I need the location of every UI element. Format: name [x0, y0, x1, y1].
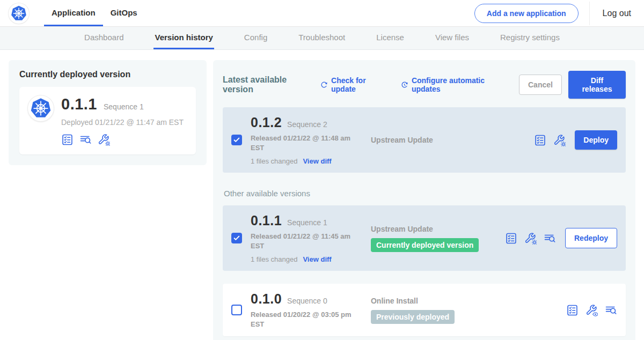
subnav-tab-view-files[interactable]: View files: [434, 27, 470, 49]
kubernetes-logo-icon: [30, 97, 52, 120]
deploy-logs-icon[interactable]: [79, 134, 92, 146]
edit-config-icon[interactable]: [98, 134, 110, 146]
kubernetes-logo-icon: [10, 5, 27, 22]
currently-deployed-title: Currently deployed version: [19, 70, 196, 79]
check-for-update-link[interactable]: Check for update: [320, 76, 386, 93]
version-sequence: Sequence 0: [287, 297, 327, 305]
version-number: 0.1.0: [251, 291, 282, 307]
configure-updates-label: Configure automatic updates: [412, 76, 505, 93]
files-changed-label: 1 files changed: [251, 255, 297, 263]
app-logo[interactable]: [9, 3, 29, 24]
available-versions-panel: Latest available version Check for updat…: [213, 60, 635, 340]
release-timestamp: Released 01/21/22 @ 11:48 am EST: [251, 134, 356, 152]
view-diff-link[interactable]: View diff: [303, 157, 331, 165]
release-notes-icon[interactable]: [534, 134, 546, 146]
deployed-sequence: Sequence 1: [104, 102, 144, 111]
tab-application[interactable]: Application: [44, 0, 103, 26]
release-notes-icon[interactable]: [61, 134, 74, 146]
deployed-version-number: 0.1.1: [61, 95, 97, 113]
subnav-tab-troubleshoot[interactable]: Troubleshoot: [297, 27, 346, 49]
version-checkbox[interactable]: [231, 305, 242, 315]
subnav-tab-registry-settings[interactable]: Registry settings: [499, 27, 561, 49]
version-sequence: Sequence 2: [287, 120, 327, 129]
subnav-tab-config[interactable]: Config: [243, 27, 268, 49]
latest-available-title: Latest available version: [223, 75, 310, 94]
previously-deployed-badge: Previously deployed: [371, 310, 455, 324]
currently-deployed-badge: Currently deployed version: [371, 238, 479, 252]
app-icon: [28, 95, 54, 121]
version-number: 0.1.2: [251, 115, 282, 130]
currently-deployed-panel: Currently deployed version 0.1.1 Sequenc…: [9, 60, 207, 165]
version-source: Upstream Update: [371, 136, 505, 144]
redeploy-button[interactable]: Redeploy: [565, 228, 617, 248]
other-available-versions-label: Other available versions: [224, 189, 626, 198]
add-new-application-button[interactable]: Add a new application: [474, 4, 579, 23]
version-row-0-1-0: 0.1.0 Sequence 0 Released 01/20/22 @ 03:…: [223, 284, 626, 336]
checkmark-icon: [232, 234, 241, 242]
deploy-logs-icon[interactable]: [544, 232, 556, 245]
refresh-clock-icon: [400, 80, 408, 90]
release-timestamp: Released 01/21/22 @ 11:45 am EST: [251, 232, 356, 250]
edit-config-icon[interactable]: [524, 232, 537, 245]
cancel-button[interactable]: Cancel: [519, 75, 562, 95]
release-notes-icon[interactable]: [566, 304, 579, 316]
view-diff-link[interactable]: View diff: [303, 255, 331, 263]
version-source: Upstream Update: [371, 225, 505, 233]
available-versions-header: Latest available version Check for updat…: [223, 71, 626, 99]
deploy-logs-icon[interactable]: [605, 304, 617, 316]
release-notes-icon[interactable]: [505, 232, 517, 245]
version-number: 0.1.1: [251, 213, 282, 228]
deployed-timestamp: Deployed 01/21/22 @ 11:47 am EST: [61, 118, 184, 127]
version-row-0-1-1: 0.1.1 Sequence 1 Released 01/21/22 @ 11:…: [223, 205, 626, 271]
version-sequence: Sequence 1: [287, 218, 327, 227]
checkmark-icon: [232, 136, 241, 144]
version-row-0-1-2: 0.1.2 Sequence 2 Released 01/21/22 @ 11:…: [223, 107, 626, 173]
version-source: Online Install: [371, 297, 505, 305]
top-nav: Application GitOps Add a new application…: [0, 0, 644, 27]
deploy-button[interactable]: Deploy: [575, 130, 617, 150]
deployed-version-card: 0.1.1 Sequence 1 Deployed 01/21/22 @ 11:…: [19, 87, 196, 154]
version-checkbox[interactable]: [231, 135, 242, 145]
version-checkbox[interactable]: [231, 233, 242, 243]
refresh-icon: [320, 80, 328, 90]
app-sub-nav: Dashboard Version history Config Trouble…: [0, 27, 644, 50]
edit-config-icon[interactable]: [553, 134, 566, 146]
view-config-icon[interactable]: [586, 304, 598, 316]
files-changed-label: 1 files changed: [251, 157, 297, 165]
logout-link[interactable]: Log out: [589, 2, 635, 25]
configure-automatic-updates-link[interactable]: Configure automatic updates: [400, 76, 505, 93]
release-timestamp: Released 01/20/22 @ 03:05 pm EST: [251, 310, 356, 329]
subnav-tab-version-history[interactable]: Version history: [153, 27, 214, 49]
diff-releases-button[interactable]: Diff releases: [568, 71, 626, 99]
check-for-update-label: Check for update: [331, 76, 386, 93]
main-content: Currently deployed version 0.1.1 Sequenc…: [0, 50, 644, 340]
subnav-tab-license[interactable]: License: [375, 27, 405, 49]
subnav-tab-dashboard[interactable]: Dashboard: [83, 27, 125, 49]
tab-gitops[interactable]: GitOps: [103, 0, 145, 26]
